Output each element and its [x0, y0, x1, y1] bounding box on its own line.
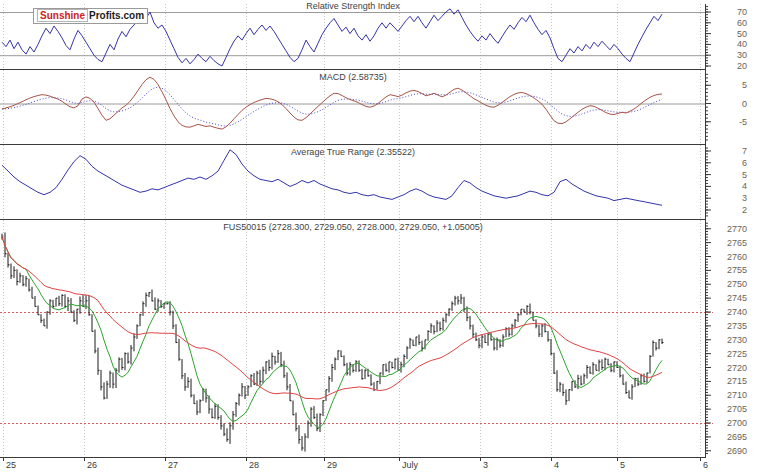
x-date-label: 28	[249, 460, 259, 470]
y-tick-label: 2705	[727, 404, 747, 414]
y-tick-label: 3	[742, 193, 747, 203]
x-axis-dates: 2526272829July3456	[4, 457, 709, 470]
y-tick-label: 2690	[727, 446, 747, 456]
y-tick-label: 2720	[727, 363, 747, 373]
y-tick-label: 2	[742, 205, 747, 215]
chart-root: 70605040302050-5765432277027652760275527…	[0, 0, 757, 475]
y-tick-label: 0	[742, 99, 747, 109]
sunshine-profits-logo: SunshineProfits.com	[33, 8, 148, 24]
y-tick-label: 2750	[727, 279, 747, 289]
y-tick-label: 2710	[727, 390, 747, 400]
chart-canvas: 70605040302050-5765432277027652760275527…	[0, 0, 757, 475]
y-tick-label: 2700	[727, 418, 747, 428]
y-tick-label: 20	[737, 61, 747, 71]
x-date-label: 25	[6, 460, 16, 470]
y-tick-label: 2760	[727, 252, 747, 262]
y-tick-label: 7	[742, 146, 747, 156]
price-bars	[2, 233, 664, 452]
x-date-label: 4	[554, 460, 559, 470]
x-date-label: July	[402, 460, 419, 470]
y-tick-label: 70	[737, 7, 747, 17]
x-date-label: 6	[703, 460, 708, 470]
y-tick-label: 2740	[727, 307, 747, 317]
y-tick-label: 4	[742, 181, 747, 191]
y-tick-label: 2730	[727, 335, 747, 345]
atr-line	[2, 150, 662, 206]
y-tick-label: 2745	[727, 293, 747, 303]
y-tick-label: 50	[737, 29, 747, 39]
y-tick-label: 30	[737, 50, 747, 60]
x-date-label: 5	[620, 460, 625, 470]
y-tick-label: 2695	[727, 432, 747, 442]
y-axis-ticks-and-labels: 70605040302050-5765432277027652760275527…	[705, 7, 747, 456]
x-date-label: 26	[87, 460, 97, 470]
axes	[0, 4, 706, 458]
y-tick-label: 2765	[727, 238, 747, 248]
y-tick-label: 2725	[727, 349, 747, 359]
macd-line	[2, 77, 662, 129]
x-date-label: 3	[483, 460, 488, 470]
macd-signal-line	[2, 87, 662, 126]
y-tick-label: 2770	[727, 224, 747, 234]
reference-lines	[0, 13, 705, 105]
y-tick-label: -5	[739, 117, 747, 127]
fast-moving-average	[2, 237, 662, 427]
y-tick-label: 2715	[727, 376, 747, 386]
y-tick-label: 5	[742, 80, 747, 90]
y-tick-label: 2755	[727, 265, 747, 275]
logo-profits-com: Profits.com	[89, 10, 144, 21]
y-tick-label: 5	[742, 170, 747, 180]
x-date-label: 29	[327, 460, 337, 470]
x-date-label: 27	[168, 460, 178, 470]
y-tick-label: 40	[737, 39, 747, 49]
y-tick-label: 6	[742, 158, 747, 168]
y-tick-label: 2735	[727, 321, 747, 331]
date-gridlines	[4, 4, 701, 457]
y-tick-label: 60	[737, 18, 747, 28]
logo-sunshine: Sunshine	[37, 9, 88, 22]
